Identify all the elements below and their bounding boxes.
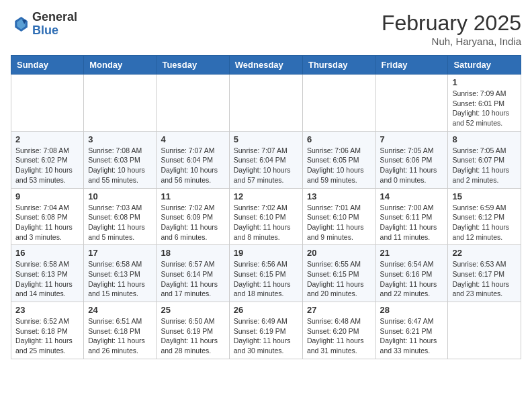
day-number: 21 — [380, 248, 444, 258]
day-info: Sunrise: 6:51 AM Sunset: 6:18 PM Dayligh… — [88, 316, 152, 356]
day-number: 14 — [380, 191, 444, 201]
day-number: 24 — [88, 305, 152, 315]
day-info: Sunrise: 6:59 AM Sunset: 6:12 PM Dayligh… — [452, 203, 517, 242]
day-info: Sunrise: 6:57 AM Sunset: 6:14 PM Dayligh… — [161, 259, 224, 299]
weekday-header-friday: Friday — [375, 56, 448, 75]
day-info: Sunrise: 7:08 AM Sunset: 6:03 PM Dayligh… — [88, 146, 152, 185]
location-text: Nuh, Haryana, India — [382, 36, 521, 47]
day-number: 5 — [234, 134, 298, 144]
day-number: 4 — [161, 134, 224, 144]
day-number: 10 — [88, 191, 152, 201]
day-number: 20 — [307, 248, 371, 258]
day-info: Sunrise: 6:47 AM Sunset: 6:21 PM Dayligh… — [380, 316, 444, 356]
weekday-header-thursday: Thursday — [302, 56, 375, 75]
weekday-header-sunday: Sunday — [11, 56, 84, 75]
day-info: Sunrise: 7:00 AM Sunset: 6:11 PM Dayligh… — [380, 203, 444, 242]
calendar-cell: 14Sunrise: 7:00 AM Sunset: 6:11 PM Dayli… — [375, 188, 448, 245]
calendar-cell: 23Sunrise: 6:52 AM Sunset: 6:18 PM Dayli… — [11, 302, 84, 359]
day-info: Sunrise: 7:02 AM Sunset: 6:09 PM Dayligh… — [161, 203, 224, 242]
calendar-cell: 12Sunrise: 7:02 AM Sunset: 6:10 PM Dayli… — [229, 188, 302, 245]
day-number: 13 — [307, 191, 371, 201]
day-info: Sunrise: 6:48 AM Sunset: 6:20 PM Dayligh… — [307, 316, 371, 356]
calendar-week-row: 1Sunrise: 7:09 AM Sunset: 6:01 PM Daylig… — [11, 75, 521, 132]
day-info: Sunrise: 7:03 AM Sunset: 6:08 PM Dayligh… — [88, 203, 152, 242]
day-info: Sunrise: 6:50 AM Sunset: 6:19 PM Dayligh… — [161, 316, 224, 356]
day-info: Sunrise: 6:49 AM Sunset: 6:19 PM Dayligh… — [234, 316, 298, 356]
calendar-cell: 7Sunrise: 7:05 AM Sunset: 6:06 PM Daylig… — [375, 131, 448, 188]
calendar-cell: 10Sunrise: 7:03 AM Sunset: 6:08 PM Dayli… — [84, 188, 157, 245]
calendar-week-row: 23Sunrise: 6:52 AM Sunset: 6:18 PM Dayli… — [11, 302, 521, 359]
calendar-cell: 11Sunrise: 7:02 AM Sunset: 6:09 PM Dayli… — [157, 188, 229, 245]
calendar-cell — [302, 75, 375, 132]
calendar-cell — [448, 302, 521, 359]
calendar-cell: 5Sunrise: 7:07 AM Sunset: 6:04 PM Daylig… — [229, 131, 302, 188]
day-info: Sunrise: 7:05 AM Sunset: 6:06 PM Dayligh… — [380, 146, 444, 185]
calendar-cell: 17Sunrise: 6:58 AM Sunset: 6:13 PM Dayli… — [84, 245, 157, 302]
day-number: 9 — [15, 191, 79, 201]
logo: General Blue — [11, 11, 77, 38]
day-info: Sunrise: 7:09 AM Sunset: 6:01 PM Dayligh… — [452, 89, 517, 128]
day-info: Sunrise: 6:58 AM Sunset: 6:13 PM Dayligh… — [15, 259, 79, 299]
title-block: February 2025 Nuh, Haryana, India — [382, 11, 521, 47]
calendar-cell: 18Sunrise: 6:57 AM Sunset: 6:14 PM Dayli… — [157, 245, 229, 302]
weekday-header-saturday: Saturday — [448, 56, 521, 75]
day-info: Sunrise: 7:02 AM Sunset: 6:10 PM Dayligh… — [234, 203, 298, 242]
calendar-cell: 2Sunrise: 7:08 AM Sunset: 6:02 PM Daylig… — [11, 131, 84, 188]
calendar-cell: 22Sunrise: 6:53 AM Sunset: 6:17 PM Dayli… — [448, 245, 521, 302]
logo-blue-text: Blue — [32, 24, 58, 37]
day-number: 23 — [15, 305, 79, 315]
calendar-cell — [84, 75, 157, 132]
day-info: Sunrise: 6:52 AM Sunset: 6:18 PM Dayligh… — [15, 316, 79, 356]
day-number: 2 — [15, 134, 79, 144]
day-number: 12 — [234, 191, 298, 201]
day-info: Sunrise: 6:53 AM Sunset: 6:17 PM Dayligh… — [452, 259, 517, 299]
calendar-cell: 27Sunrise: 6:48 AM Sunset: 6:20 PM Dayli… — [302, 302, 375, 359]
day-number: 28 — [380, 305, 444, 315]
calendar-cell: 16Sunrise: 6:58 AM Sunset: 6:13 PM Dayli… — [11, 245, 84, 302]
calendar-cell: 8Sunrise: 7:05 AM Sunset: 6:07 PM Daylig… — [448, 131, 521, 188]
day-number: 6 — [307, 134, 371, 144]
day-number: 7 — [380, 134, 444, 144]
day-number: 8 — [452, 134, 517, 144]
day-info: Sunrise: 7:06 AM Sunset: 6:05 PM Dayligh… — [307, 146, 371, 185]
day-info: Sunrise: 7:08 AM Sunset: 6:02 PM Dayligh… — [15, 146, 79, 185]
calendar-cell: 20Sunrise: 6:55 AM Sunset: 6:15 PM Dayli… — [302, 245, 375, 302]
logo-icon — [11, 15, 30, 34]
day-number: 25 — [161, 305, 224, 315]
calendar-cell: 25Sunrise: 6:50 AM Sunset: 6:19 PM Dayli… — [157, 302, 229, 359]
calendar-cell: 1Sunrise: 7:09 AM Sunset: 6:01 PM Daylig… — [448, 75, 521, 132]
day-info: Sunrise: 6:58 AM Sunset: 6:13 PM Dayligh… — [88, 259, 152, 299]
calendar-cell: 6Sunrise: 7:06 AM Sunset: 6:05 PM Daylig… — [302, 131, 375, 188]
day-number: 26 — [234, 305, 298, 315]
weekday-header-monday: Monday — [84, 56, 157, 75]
month-title: February 2025 — [382, 11, 521, 36]
calendar-cell — [375, 75, 448, 132]
weekday-header-tuesday: Tuesday — [157, 56, 229, 75]
page-header: General Blue February 2025 Nuh, Haryana,… — [11, 11, 521, 47]
day-number: 1 — [452, 77, 517, 87]
calendar-cell: 21Sunrise: 6:54 AM Sunset: 6:16 PM Dayli… — [375, 245, 448, 302]
weekday-header-wednesday: Wednesday — [229, 56, 302, 75]
calendar-cell: 26Sunrise: 6:49 AM Sunset: 6:19 PM Dayli… — [229, 302, 302, 359]
day-info: Sunrise: 7:07 AM Sunset: 6:04 PM Dayligh… — [234, 146, 298, 185]
day-number: 18 — [161, 248, 224, 258]
day-number: 19 — [234, 248, 298, 258]
calendar-week-row: 16Sunrise: 6:58 AM Sunset: 6:13 PM Dayli… — [11, 245, 521, 302]
day-info: Sunrise: 7:01 AM Sunset: 6:10 PM Dayligh… — [307, 203, 371, 242]
calendar-cell — [157, 75, 229, 132]
calendar-table: SundayMondayTuesdayWednesdayThursdayFrid… — [11, 55, 521, 359]
calendar-cell — [229, 75, 302, 132]
day-number: 15 — [452, 191, 517, 201]
calendar-week-row: 2Sunrise: 7:08 AM Sunset: 6:02 PM Daylig… — [11, 131, 521, 188]
day-number: 17 — [88, 248, 152, 258]
calendar-cell: 28Sunrise: 6:47 AM Sunset: 6:21 PM Dayli… — [375, 302, 448, 359]
day-number: 3 — [88, 134, 152, 144]
calendar-cell: 4Sunrise: 7:07 AM Sunset: 6:04 PM Daylig… — [157, 131, 229, 188]
calendar-cell — [11, 75, 84, 132]
calendar-cell: 19Sunrise: 6:56 AM Sunset: 6:15 PM Dayli… — [229, 245, 302, 302]
day-info: Sunrise: 6:55 AM Sunset: 6:15 PM Dayligh… — [307, 259, 371, 299]
calendar-week-row: 9Sunrise: 7:04 AM Sunset: 6:08 PM Daylig… — [11, 188, 521, 245]
day-info: Sunrise: 7:05 AM Sunset: 6:07 PM Dayligh… — [452, 146, 517, 185]
calendar-cell: 9Sunrise: 7:04 AM Sunset: 6:08 PM Daylig… — [11, 188, 84, 245]
logo-general-text: General — [32, 10, 77, 24]
